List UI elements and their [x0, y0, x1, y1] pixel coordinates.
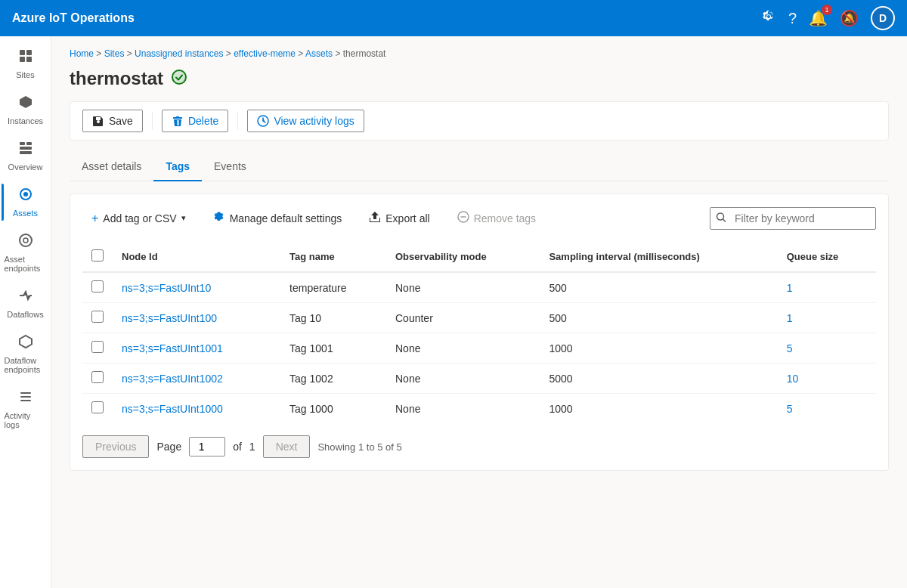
tab-events[interactable]: Events [202, 153, 258, 181]
pagination: Previous Page of 1 Next Showing 1 to 5 o… [82, 435, 876, 458]
bell-icon[interactable]: 🔕 [840, 9, 859, 27]
sidebar-label-asset-endpoints: Asset endpoints [5, 255, 47, 273]
row-tag-name: Tag 1000 [280, 394, 386, 424]
data-table: Node Id Tag name Observability mode Samp… [82, 242, 876, 423]
breadcrumb-unassigned-instances[interactable]: Unassigned instances [135, 48, 223, 59]
filter-input[interactable] [710, 207, 876, 230]
table-row: ns=3;s=FastUInt1000 Tag 1000 None 1000 5 [82, 394, 876, 424]
row-observability-mode: None [386, 272, 540, 303]
toolbar-card: Save Delete View activity logs [70, 101, 889, 141]
row-checkbox-2[interactable] [91, 341, 104, 353]
svg-rect-14 [20, 392, 31, 394]
save-icon [92, 115, 104, 127]
table-row: ns=3;s=FastUInt1002 Tag 1002 None 5000 1… [82, 364, 876, 394]
delete-label: Delete [188, 115, 218, 127]
sidebar-item-dataflow-endpoints[interactable]: Dataflow endpoints [2, 328, 50, 380]
svg-rect-8 [20, 151, 32, 154]
page-input[interactable] [189, 437, 225, 456]
node-id-link[interactable]: ns=3;s=FastUInt1001 [122, 342, 223, 354]
add-tag-button[interactable]: + Add tag or CSV ▾ [82, 207, 195, 230]
row-node-id: ns=3;s=FastUInt1000 [113, 394, 280, 424]
delete-button[interactable]: Delete [162, 110, 228, 132]
select-all-checkbox[interactable] [91, 249, 104, 262]
export-all-button[interactable]: Export all [360, 206, 438, 230]
sites-icon [18, 48, 33, 67]
activity-logs-btn-icon [257, 115, 269, 127]
sidebar: Sites Instances Overview Assets Asset en… [0, 36, 51, 588]
node-id-link[interactable]: ns=3;s=FastUInt1000 [122, 403, 223, 415]
tab-tags[interactable]: Tags [153, 153, 202, 181]
filter-input-wrap [710, 207, 876, 230]
sidebar-item-dataflows[interactable]: Dataflows [2, 282, 50, 325]
previous-button[interactable]: Previous [82, 435, 149, 458]
next-button[interactable]: Next [263, 435, 311, 458]
previous-label: Previous [95, 441, 136, 453]
activity-logs-icon [18, 389, 33, 408]
layout: Sites Instances Overview Assets Asset en… [0, 36, 907, 588]
remove-tags-label: Remove tags [474, 212, 536, 224]
total-pages: 1 [249, 441, 255, 453]
row-sampling-interval: 5000 [540, 364, 777, 394]
breadcrumb-sites[interactable]: Sites [104, 48, 125, 59]
asset-endpoints-icon [18, 233, 33, 252]
row-checkbox-4[interactable] [91, 401, 104, 413]
row-checkbox-3[interactable] [91, 371, 104, 383]
breadcrumb: Home > Sites > Unassigned instances > ef… [70, 48, 889, 59]
sidebar-item-overview[interactable]: Overview [2, 135, 50, 178]
row-checkbox-1[interactable] [91, 311, 104, 323]
remove-tags-button[interactable]: Remove tags [448, 206, 545, 230]
instances-icon [18, 94, 33, 113]
svg-rect-15 [20, 396, 31, 398]
showing-text: Showing 1 to 5 of 5 [317, 441, 401, 453]
svg-rect-0 [20, 50, 25, 55]
node-id-link[interactable]: ns=3;s=FastUInt10 [122, 282, 211, 294]
sidebar-label-activity-logs: Activity logs [5, 411, 47, 429]
next-label: Next [276, 441, 298, 453]
table-card: + Add tag or CSV ▾ Manage default settin… [70, 193, 889, 471]
sidebar-item-instances[interactable]: Instances [2, 88, 50, 132]
row-node-id: ns=3;s=FastUInt1002 [113, 364, 280, 394]
sidebar-item-assets[interactable]: Assets [2, 181, 50, 224]
row-checkbox-cell [82, 272, 113, 303]
settings-icon[interactable] [761, 9, 776, 28]
row-tag-name: Tag 1002 [280, 364, 386, 394]
row-checkbox-0[interactable] [91, 280, 104, 292]
tab-asset-details[interactable]: Asset details [70, 153, 153, 181]
node-id-link[interactable]: ns=3;s=FastUInt1002 [122, 373, 223, 385]
sidebar-label-instances: Instances [8, 116, 43, 125]
row-queue-size: 5 [778, 394, 876, 424]
svg-marker-4 [20, 96, 32, 108]
avatar[interactable]: D [871, 6, 895, 30]
page-title: thermostat [70, 68, 163, 89]
breadcrumb-home[interactable]: Home [70, 48, 94, 59]
help-icon[interactable]: ? [788, 10, 797, 27]
sidebar-item-asset-endpoints[interactable]: Asset endpoints [2, 227, 50, 279]
topbar: Azure IoT Operations ? 🔔 1 🔕 D [0, 0, 907, 36]
save-button[interactable]: Save [82, 110, 143, 132]
sidebar-item-activity-logs[interactable]: Activity logs [2, 383, 50, 435]
col-header-tag-name: Tag name [280, 242, 386, 272]
svg-rect-16 [20, 400, 31, 401]
sidebar-item-sites[interactable]: Sites [2, 42, 50, 85]
svg-rect-2 [20, 57, 25, 62]
filter-search-icon [716, 212, 726, 224]
row-tag-name: Tag 10 [280, 303, 386, 333]
row-tag-name: temperature [280, 272, 386, 303]
notification-icon[interactable]: 🔔 1 [809, 9, 828, 27]
dataflows-icon [18, 288, 33, 307]
table-row: ns=3;s=FastUInt100 Tag 10 Counter 500 1 [82, 303, 876, 333]
table-toolbar: + Add tag or CSV ▾ Manage default settin… [82, 206, 876, 230]
app-title: Azure IoT Operations [12, 11, 135, 25]
svg-rect-3 [26, 57, 32, 62]
breadcrumb-assets[interactable]: Assets [305, 48, 333, 59]
row-sampling-interval: 1000 [540, 394, 777, 424]
col-header-queue-size: Queue size [778, 242, 876, 272]
breadcrumb-effective-meme[interactable]: effective-meme [234, 48, 296, 59]
row-queue-size: 5 [778, 333, 876, 364]
topbar-icons: ? 🔔 1 🔕 D [761, 6, 895, 30]
view-activity-logs-button[interactable]: View activity logs [247, 110, 364, 132]
col-header-observability-mode: Observability mode [386, 242, 540, 272]
manage-defaults-button[interactable]: Manage default settings [204, 206, 351, 230]
node-id-link[interactable]: ns=3;s=FastUInt100 [122, 312, 217, 324]
svg-rect-7 [20, 147, 32, 150]
